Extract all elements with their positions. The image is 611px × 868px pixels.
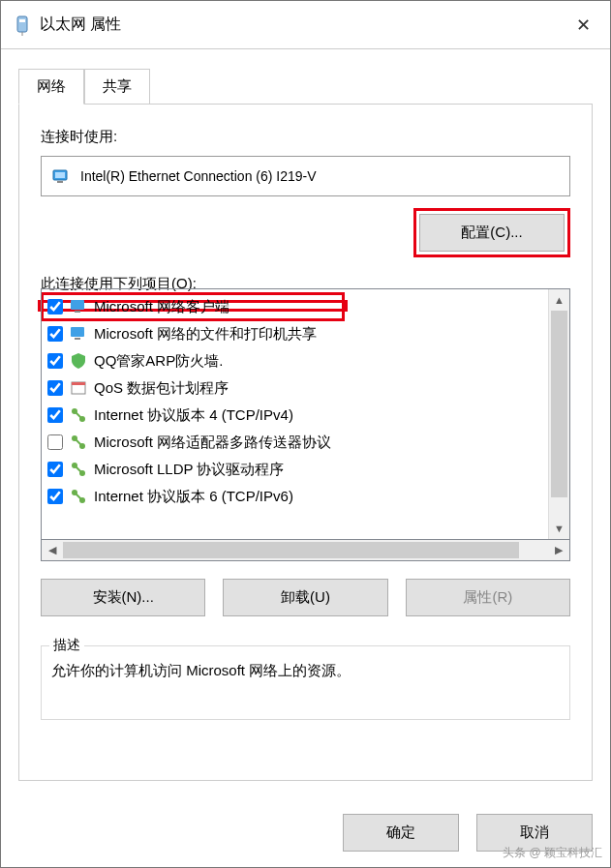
list-item[interactable]: Internet 协议版本 6 (TCP/IPv6) (42, 483, 548, 510)
close-icon: ✕ (576, 15, 591, 36)
shield-icon (69, 351, 88, 371)
list-item[interactable]: QoS 数据包计划程序 (42, 374, 548, 402)
svg-rect-4 (55, 172, 65, 178)
item-label: Internet 协议版本 4 (TCP/IPv4) (94, 406, 293, 425)
item-checkbox[interactable] (47, 353, 63, 369)
list-item[interactable]: Microsoft 网络的文件和打印机共享 (42, 320, 548, 347)
item-checkbox[interactable] (47, 380, 63, 396)
item-checkbox[interactable] (47, 407, 63, 423)
svg-line-14 (76, 412, 81, 418)
item-checkbox[interactable] (47, 326, 63, 342)
scroll-down-arrow-icon[interactable]: ▼ (549, 518, 569, 539)
protocol-icon (69, 405, 88, 425)
item-label: Microsoft 网络适配器多路传送器协议 (94, 434, 331, 452)
tab-sharing[interactable]: 共享 (84, 69, 150, 104)
vertical-scrollbar[interactable]: ▲ ▼ (548, 289, 569, 539)
item-label: Microsoft 网络的文件和打印机共享 (94, 325, 317, 344)
item-checkbox[interactable] (47, 462, 63, 477)
scroll-left-arrow-icon[interactable]: ◀ (42, 540, 63, 560)
svg-rect-7 (75, 311, 80, 313)
description-heading: 描述 (49, 637, 84, 654)
scroll-right-arrow-icon[interactable]: ▶ (548, 540, 569, 560)
tab-panel-network: 连接时使用: Intel(R) Ethernet Connection (6) … (18, 104, 593, 781)
protocol-icon (69, 460, 88, 479)
item-label: QoS 数据包计划程序 (94, 379, 229, 398)
list-item[interactable]: Internet 协议版本 4 (TCP/IPv4) (42, 402, 548, 429)
item-label: Microsoft LLDP 协议驱动程序 (94, 461, 284, 479)
adapter-name: Intel(R) Ethernet Connection (6) I219-V (80, 168, 317, 184)
install-button[interactable]: 安装(N)... (41, 579, 205, 616)
horizontal-scrollbar[interactable]: ◀ ▶ (41, 540, 570, 561)
properties-button[interactable]: 属性(R) (406, 579, 570, 616)
svg-rect-6 (71, 300, 84, 310)
svg-rect-8 (71, 327, 84, 337)
scroll-up-arrow-icon[interactable]: ▲ (549, 289, 569, 311)
svg-rect-11 (72, 382, 85, 385)
svg-line-20 (76, 466, 81, 472)
close-button[interactable]: ✕ (564, 11, 602, 40)
list-item[interactable]: Microsoft LLDP 协议驱动程序 (42, 456, 548, 483)
svg-rect-9 (75, 338, 80, 340)
item-checkbox[interactable] (47, 434, 63, 450)
title-bar: 以太网 属性 ✕ (1, 1, 610, 49)
adapter-box: Intel(R) Ethernet Connection (6) I219-V (41, 156, 570, 196)
description-text: 允许你的计算机访问 Microsoft 网络上的资源。 (51, 662, 560, 680)
network-adapter-icon (51, 166, 71, 186)
watermark: 头条 @ 颖宝科技汇 (503, 845, 602, 861)
ethernet-properties-dialog: 以太网 属性 ✕ 网络 共享 连接时使用: Intel(R) Ethernet … (0, 0, 611, 868)
svg-rect-1 (19, 19, 25, 22)
list-item[interactable]: Microsoft 网络适配器多路传送器协议 (42, 429, 548, 456)
protocol-icon (69, 433, 88, 452)
ok-button[interactable]: 确定 (343, 814, 459, 852)
svg-line-23 (76, 494, 81, 499)
connect-using-label: 连接时使用: (41, 128, 570, 146)
ethernet-icon (15, 15, 30, 36)
components-list: Microsoft 网络客户端 Microsoft 网络的文件和打印机共享 QQ… (41, 288, 570, 540)
scroll-thumb[interactable] (63, 542, 519, 558)
window-title: 以太网 属性 (40, 15, 564, 35)
svg-rect-0 (17, 16, 27, 32)
components-list-inner[interactable]: Microsoft 网络客户端 Microsoft 网络的文件和打印机共享 QQ… (42, 289, 548, 539)
tab-strip: 网络 共享 (1, 49, 610, 104)
protocol-icon (69, 487, 88, 506)
monitor-icon (69, 324, 88, 344)
description-box: 描述 允许你的计算机访问 Microsoft 网络上的资源。 (41, 645, 570, 720)
schedule-icon (69, 378, 88, 398)
item-checkbox[interactable] (47, 299, 63, 314)
scroll-thumb[interactable] (551, 311, 567, 497)
configure-button[interactable]: 配置(C)... (419, 214, 565, 252)
tab-network[interactable]: 网络 (18, 69, 84, 105)
monitor-icon (69, 297, 88, 316)
item-label: Microsoft 网络客户端 (94, 298, 229, 316)
svg-line-17 (76, 439, 81, 445)
svg-rect-5 (57, 181, 63, 183)
highlight-configure: 配置(C)... (413, 208, 570, 257)
item-label: QQ管家ARP防火墙. (94, 352, 223, 371)
uninstall-button[interactable]: 卸载(U) (223, 579, 387, 616)
list-item[interactable]: Microsoft 网络客户端 (42, 293, 344, 320)
item-checkbox[interactable] (47, 489, 63, 504)
item-label: Internet 协议版本 6 (TCP/IPv6) (94, 488, 293, 506)
list-item[interactable]: QQ管家ARP防火墙. (42, 347, 548, 374)
